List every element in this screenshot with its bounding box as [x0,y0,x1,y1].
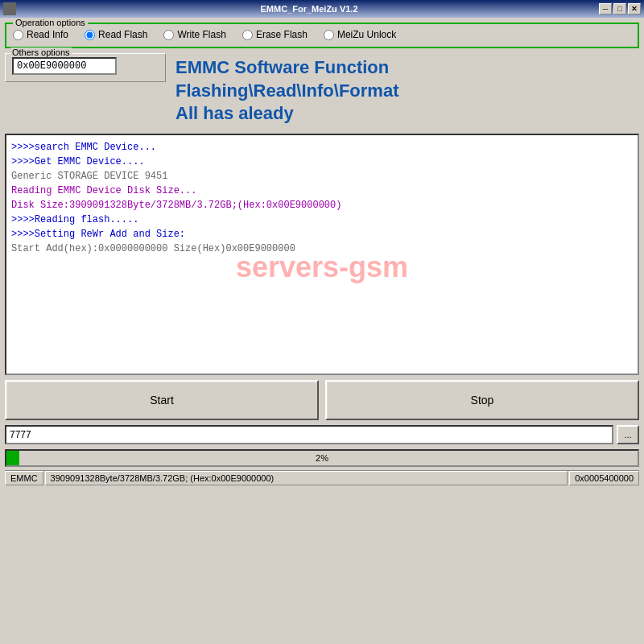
path-input[interactable] [5,425,613,444]
radio-write-flash-input[interactable] [163,30,174,40]
log-line: >>>>Get EMMC Device.... [11,155,633,169]
progress-text: 2% [316,453,328,463]
radio-read-flash-input[interactable] [85,30,95,40]
radio-erase-flash[interactable]: Erase Flash [242,29,308,40]
stop-button[interactable]: Stop [325,380,639,420]
log-line: >>>>Setting ReWr Add and Size: [11,227,633,242]
center-text: EMMC Software Function Flashing\Read\Inf… [172,53,639,129]
radio-meizu-unlock-label: MeiZu Unlock [337,29,396,40]
title-bar-text: EMMC_For_MeiZu V1.2 [19,4,599,14]
radio-erase-flash-input[interactable] [242,30,253,40]
log-line: Disk Size:3909091328Byte/3728MB/3.72GB;(… [11,198,633,213]
maximize-button[interactable]: □ [613,3,626,14]
radio-meizu-unlock[interactable]: MeiZu Unlock [324,29,396,40]
others-options-input[interactable] [12,57,117,75]
radio-row: Read Info Read Flash Write Flash Erase F… [13,29,631,40]
status-bar: EMMC 3909091328Byte/3728MB/3.72GB; (Hex:… [5,470,639,486]
center-text-line3: All has aleady [175,102,636,126]
center-text-line2: Flashing\Read\Info\Format [175,80,636,103]
radio-read-info-label: Read Info [27,29,68,40]
title-bar-buttons: ─ □ ✕ [599,3,641,14]
path-row: ... [5,425,639,444]
operation-options-label: Operation options [13,18,88,27]
status-panel-emmc: EMMC [5,471,43,485]
status-panel-info: 3909091328Byte/3728MB/3.72GB; (Hex:0x00E… [45,471,568,485]
log-line: >>>>search EMMC Device... [11,140,633,155]
minimize-button[interactable]: ─ [599,3,612,14]
log-area[interactable]: >>>>search EMMC Device...>>>>Get EMMC De… [5,134,639,375]
status-address-text: 0x0005400000 [575,473,634,483]
radio-read-info-input[interactable] [13,30,23,40]
others-row: Others options EMMC Software Function Fl… [5,53,639,129]
log-line: >>>>Reading flash..... [11,213,633,227]
log-line: Reading EMMC Device Disk Size... [11,184,633,198]
close-button[interactable]: ✕ [628,3,641,14]
operation-options-container: Operation options Read Info Read Flash W… [5,23,639,48]
buttons-row: Start Stop [5,380,639,420]
status-panel-address: 0x0005400000 [569,471,639,485]
main-window: Operation options Read Info Read Flash W… [0,18,644,644]
log-line: Generic STORAGE DEVICE 9451 [11,169,633,184]
radio-read-flash[interactable]: Read Flash [85,29,147,40]
radio-write-flash-label: Write Flash [177,29,225,40]
start-button[interactable]: Start [5,380,319,420]
radio-read-flash-label: Read Flash [98,29,147,40]
radio-erase-flash-label: Erase Flash [256,29,308,40]
app-icon [3,2,16,15]
center-text-line1: EMMC Software Function [175,56,636,80]
progress-bar-container: 2% [5,449,639,467]
log-line: Start Add(hex):0x0000000000 Size(Hex)0x0… [11,242,633,256]
radio-meizu-unlock-input[interactable] [324,30,334,40]
status-emmc-label: EMMC [10,473,38,483]
radio-write-flash[interactable]: Write Flash [163,29,225,40]
status-info-text: 3909091328Byte/3728MB/3.72GB; (Hex:0x00E… [51,473,275,483]
others-options-group: Others options [5,53,166,82]
progress-fill [6,451,19,465]
radio-read-info[interactable]: Read Info [13,29,68,40]
browse-button[interactable]: ... [617,425,639,444]
others-options-label: Others options [10,47,72,57]
title-bar: EMMC_For_MeiZu V1.2 ─ □ ✕ [0,0,644,18]
